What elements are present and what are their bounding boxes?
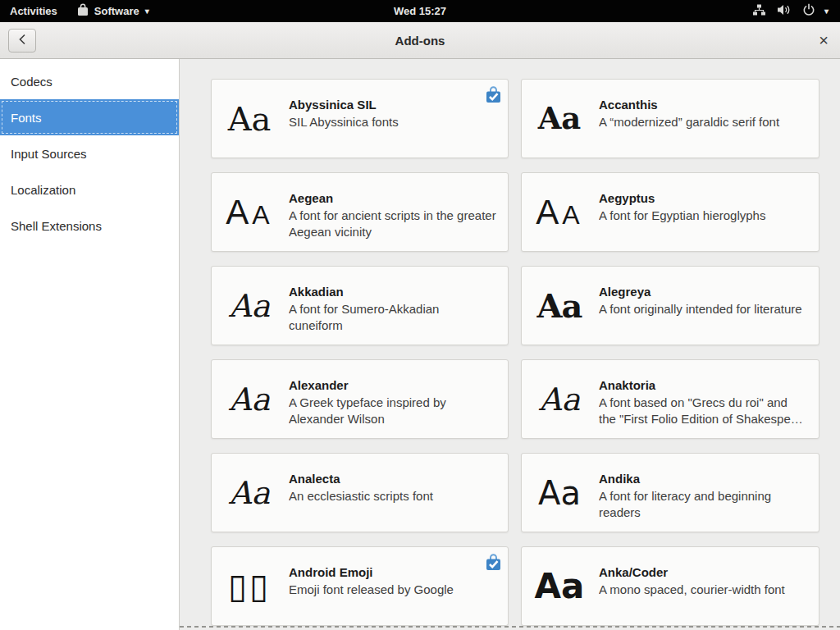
- addon-description: A font originally intended for literatur…: [599, 301, 807, 317]
- addon-description: A font based on "Grecs du roi" and the "…: [599, 395, 807, 427]
- font-preview: Aa: [212, 80, 287, 158]
- addon-title: Aegyptus: [599, 189, 807, 207]
- clock[interactable]: Wed 15:27: [394, 0, 446, 22]
- addon-card-abyssinica-sil[interactable]: Aa Abyssinica SIL SIL Abyssinica fonts: [211, 79, 509, 158]
- addon-title: Alegreya: [599, 283, 807, 300]
- app-menu-button[interactable]: Software ▾: [67, 0, 159, 22]
- addon-text-block: Analecta An ecclesiastic scripts font: [287, 454, 508, 532]
- close-button[interactable]: ×: [819, 32, 829, 48]
- top-bar: Activities Software ▾ Wed 15:27: [0, 0, 840, 22]
- sidebar-item-shell-extensions[interactable]: Shell Extensions: [0, 208, 179, 244]
- header-bar: Add-ons ×: [0, 22, 840, 59]
- sidebar-item-label: Localization: [11, 183, 75, 197]
- addon-card-alexander[interactable]: Aa Alexander A Greek typeface inspired b…: [211, 359, 509, 439]
- activities-button[interactable]: Activities: [0, 0, 67, 22]
- category-sidebar: CodecsFontsInput SourcesLocalizationShel…: [0, 59, 180, 630]
- addon-text-block: Alexander A Greek typeface inspired by A…: [287, 360, 508, 438]
- addon-text-block: Accanthis A “modernized” garaldic serif …: [597, 80, 819, 158]
- addon-title: Aegean: [289, 189, 496, 207]
- addon-text-block: Aegean A font for ancient scripts in the…: [287, 173, 508, 251]
- font-preview: ▯▯: [212, 547, 287, 625]
- addon-description: A font for Sumero-Akkadian cuneiform: [289, 301, 496, 334]
- volume-icon: [777, 3, 792, 19]
- addon-description: A font for Egyptian hieroglyphs: [599, 208, 807, 224]
- addon-card-analecta[interactable]: Aa Analecta An ecclesiastic scripts font: [211, 453, 509, 532]
- font-preview: Aa: [522, 80, 597, 158]
- addon-grid: Aa Abyssinica SIL SIL Abyssinica fonts A…: [211, 79, 840, 626]
- chevron-left-icon: [18, 34, 26, 48]
- addon-text-block: Anaktoria A font based on "Grecs du roi"…: [597, 360, 819, 438]
- addon-title: Anka/Coder: [599, 564, 807, 581]
- installed-badge-icon: [486, 553, 501, 571]
- main-area: CodecsFontsInput SourcesLocalizationShel…: [0, 59, 840, 630]
- sidebar-item-codecs[interactable]: Codecs: [0, 63, 179, 99]
- content-scroll-area[interactable]: Aa Abyssinica SIL SIL Abyssinica fonts A…: [180, 59, 840, 630]
- addon-description: SIL Abyssinica fonts: [289, 114, 496, 130]
- screen: Activities Software ▾ Wed 15:27: [0, 0, 840, 630]
- addon-card-android-emoji[interactable]: ▯▯ Android Emoji Emoji font released by …: [211, 546, 509, 626]
- undershoot-indicator: [180, 626, 840, 628]
- addon-title: Abyssinica SIL: [289, 96, 496, 113]
- sidebar-item-localization[interactable]: Localization: [0, 171, 179, 208]
- addon-card-anaktoria[interactable]: Aa Anaktoria A font based on "Grecs du r…: [521, 359, 819, 439]
- network-wired-icon: [752, 3, 766, 19]
- sidebar-item-input-sources[interactable]: Input Sources: [0, 135, 179, 171]
- addon-description: A font for ancient scripts in the greate…: [289, 208, 496, 240]
- addon-title: Anaktoria: [599, 377, 807, 394]
- addon-text-block: Aegyptus A font for Egyptian hieroglyphs: [597, 173, 819, 251]
- page-title: Add-ons: [395, 34, 445, 48]
- font-preview: Aa: [212, 454, 287, 532]
- chevron-down-icon: ▾: [824, 7, 829, 16]
- addon-text-block: Abyssinica SIL SIL Abyssinica fonts: [287, 80, 508, 158]
- addon-title: Akkadian: [289, 283, 496, 300]
- sidebar-item-label: Shell Extensions: [11, 219, 102, 233]
- font-preview: Aa: [522, 267, 597, 345]
- power-icon: [802, 3, 815, 19]
- addon-title: Andika: [599, 470, 807, 487]
- installed-badge-icon: [486, 85, 501, 103]
- addon-title: Accanthis: [599, 96, 807, 113]
- font-preview: AA: [522, 173, 597, 251]
- font-preview: Aa: [212, 267, 287, 345]
- addon-card-andika[interactable]: Aa Andika A font for literacy and beginn…: [521, 453, 819, 532]
- addon-title: Analecta: [289, 470, 496, 487]
- addon-description: An ecclesiastic scripts font: [289, 488, 496, 504]
- font-preview: Aa: [212, 360, 287, 438]
- addon-text-block: Andika A font for literacy and beginning…: [597, 454, 819, 532]
- system-menu-button[interactable]: ▾: [746, 0, 835, 22]
- addon-description: A font for literacy and beginning reader…: [599, 488, 807, 521]
- sidebar-item-fonts[interactable]: Fonts: [0, 99, 179, 135]
- app-menu-label: Software: [94, 5, 139, 17]
- font-preview: Aa: [522, 547, 597, 625]
- addon-card-anka-coder[interactable]: Aa Anka/Coder A mono spaced, courier-wid…: [521, 546, 819, 626]
- font-preview: AA: [212, 173, 287, 251]
- addon-card-accanthis[interactable]: Aa Accanthis A “modernized” garaldic ser…: [521, 79, 819, 158]
- addon-text-block: Android Emoji Emoji font released by Goo…: [287, 547, 508, 625]
- addon-card-aegean[interactable]: AA Aegean A font for ancient scripts in …: [211, 172, 509, 252]
- addon-description: Emoji font released by Google: [289, 582, 496, 598]
- addon-text-block: Alegreya A font originally intended for …: [597, 267, 819, 345]
- sidebar-item-label: Fonts: [11, 111, 42, 125]
- software-bag-icon: [77, 3, 89, 19]
- addon-card-akkadian[interactable]: Aa Akkadian A font for Sumero-Akkadian c…: [211, 266, 509, 345]
- addon-text-block: Anka/Coder A mono spaced, courier-width …: [597, 547, 819, 625]
- back-button[interactable]: [8, 29, 36, 52]
- addon-card-alegreya[interactable]: Aa Alegreya A font originally intended f…: [521, 266, 819, 345]
- addon-text-block: Akkadian A font for Sumero-Akkadian cune…: [287, 267, 508, 345]
- sidebar-item-label: Input Sources: [11, 147, 87, 161]
- addon-description: A “modernized” garaldic serif font: [599, 114, 807, 130]
- addon-title: Android Emoji: [289, 564, 496, 581]
- addon-title: Alexander: [289, 377, 496, 394]
- sidebar-item-label: Codecs: [11, 75, 52, 89]
- font-preview: Aa: [522, 454, 597, 532]
- addon-description: A Greek typeface inspired by Alexander W…: [289, 395, 496, 427]
- addon-description: A mono spaced, courier-width font: [599, 582, 807, 598]
- chevron-down-icon: ▾: [145, 7, 149, 16]
- addon-card-aegyptus[interactable]: AA Aegyptus A font for Egyptian hierogly…: [521, 172, 819, 252]
- font-preview: Aa: [522, 360, 597, 438]
